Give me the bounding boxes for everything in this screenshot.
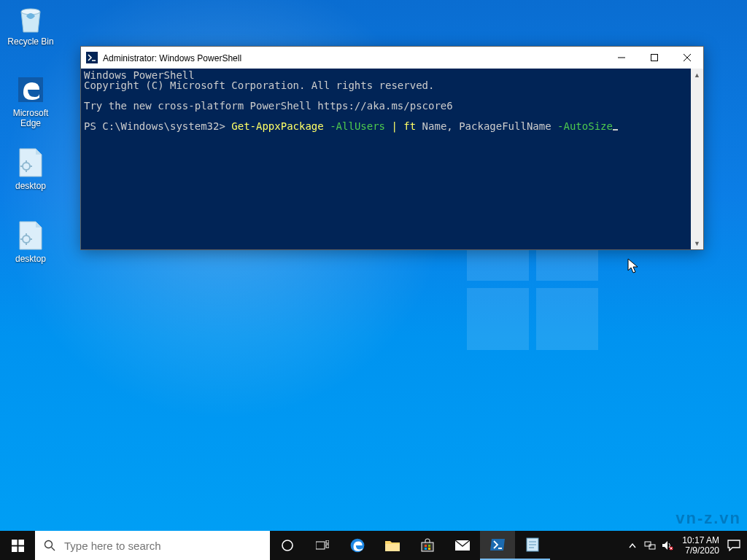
- edge-icon: [15, 74, 46, 105]
- svg-point-15: [282, 540, 293, 551]
- svg-line-14: [52, 548, 55, 551]
- taskbar-search[interactable]: [35, 531, 270, 560]
- icon-label: desktop: [3, 181, 58, 191]
- cortana-button[interactable]: [270, 531, 305, 560]
- svg-rect-9: [12, 540, 18, 545]
- terminal-cmd: Name: [422, 120, 447, 132]
- svg-rect-25: [428, 548, 430, 550]
- window-titlebar[interactable]: Administrator: Windows PowerShell: [81, 47, 703, 69]
- desktop-icon-file-2[interactable]: desktop: [3, 220, 58, 264]
- terminal-output[interactable]: Windows PowerShell Copyright (C) Microso…: [81, 69, 691, 249]
- icon-label: Recycle Bin: [3, 36, 58, 47]
- svg-rect-32: [649, 545, 655, 549]
- network-icon: [644, 540, 656, 551]
- task-view-button[interactable]: [305, 531, 340, 560]
- desktop[interactable]: Recycle Bin Microsoft Edge desktop deskt…: [0, 0, 747, 560]
- recycle-bin-icon: [15, 3, 46, 34]
- taskbar-app-mail[interactable]: [445, 531, 480, 560]
- taskbar-app-powershell[interactable]: [480, 531, 515, 560]
- scroll-down-button[interactable]: ▼: [691, 237, 703, 249]
- windows-logo-icon: [12, 540, 24, 552]
- icon-label: desktop: [3, 254, 58, 264]
- svg-rect-31: [645, 542, 651, 546]
- mouse-cursor: [627, 258, 640, 274]
- edge-icon: [349, 537, 365, 553]
- scrollbar[interactable]: ▲ ▼: [691, 69, 703, 249]
- notepad-icon: [525, 537, 540, 553]
- svg-rect-22: [425, 545, 427, 547]
- icon-label: Microsoft Edge: [3, 108, 58, 128]
- minimize-button[interactable]: [605, 47, 638, 69]
- terminal-cmd: -AllUsers: [324, 120, 392, 132]
- taskbar-app-store[interactable]: [410, 531, 445, 560]
- svg-rect-18: [326, 545, 329, 548]
- mail-icon: [454, 540, 471, 551]
- desktop-icon-recycle-bin[interactable]: Recycle Bin: [3, 3, 58, 47]
- svg-rect-11: [12, 546, 18, 552]
- cortana-icon: [281, 539, 294, 552]
- terminal-prompt: PS C:\Windows\system32>: [84, 120, 231, 132]
- svg-rect-6: [651, 55, 657, 61]
- svg-rect-21: [422, 542, 433, 551]
- notification-icon: [727, 540, 740, 551]
- terminal-cmd: ft: [398, 120, 422, 132]
- terminal-cmd: PackageFullName: [459, 120, 551, 132]
- taskbar-app-notepad[interactable]: [515, 531, 550, 560]
- window-body: Windows PowerShell Copyright (C) Microso…: [81, 69, 703, 249]
- svg-rect-23: [428, 545, 430, 547]
- store-icon: [420, 538, 435, 553]
- start-button[interactable]: [0, 531, 35, 560]
- svg-rect-16: [316, 542, 325, 549]
- terminal-line: Copyright (C) Microsoft Corporation. All…: [84, 79, 434, 91]
- terminal-line: Try the new cross-platform PowerShell ht…: [84, 100, 453, 112]
- taskbar-clock[interactable]: 10:17 AM 7/9/2020: [676, 535, 725, 556]
- terminal-cmd: Get-AppxPackage: [231, 120, 323, 132]
- task-view-icon: [316, 540, 329, 551]
- terminal-cursor: [613, 129, 618, 131]
- tray-volume-icon[interactable]: [659, 531, 676, 560]
- powershell-icon: [489, 538, 506, 551]
- folder-icon: [384, 539, 400, 552]
- svg-rect-20: [385, 544, 400, 551]
- clock-date: 7/9/2020: [682, 545, 719, 556]
- terminal-cmd: -AutoSize: [551, 120, 613, 132]
- search-input[interactable]: [64, 540, 270, 552]
- desktop-icon-edge[interactable]: Microsoft Edge: [3, 74, 58, 128]
- maximize-button[interactable]: [638, 47, 670, 69]
- system-tray[interactable]: 10:17 AM 7/9/2020: [624, 531, 747, 560]
- svg-point-13: [45, 541, 53, 548]
- terminal-cmd: |: [391, 120, 397, 132]
- svg-rect-24: [425, 548, 427, 550]
- search-icon: [35, 540, 64, 551]
- scroll-up-button[interactable]: ▲: [691, 69, 703, 81]
- svg-rect-10: [18, 540, 24, 545]
- terminal-cmd: ,: [446, 120, 459, 132]
- chevron-up-icon: [629, 543, 636, 548]
- action-center-button[interactable]: [725, 531, 743, 560]
- taskbar-app-file-explorer[interactable]: [375, 531, 410, 560]
- tray-overflow-button[interactable]: [624, 531, 641, 560]
- file-icon: [15, 147, 46, 178]
- powershell-icon: [81, 52, 103, 63]
- desktop-icon-file-1[interactable]: desktop: [3, 147, 58, 191]
- powershell-window[interactable]: Administrator: Windows PowerShell Window…: [80, 46, 704, 250]
- svg-rect-17: [326, 540, 329, 543]
- close-button[interactable]: [670, 47, 703, 69]
- file-icon: [15, 220, 46, 251]
- taskbar-app-edge[interactable]: [340, 531, 375, 560]
- window-title: Administrator: Windows PowerShell: [103, 52, 605, 63]
- watermark: vn-z.vn: [676, 509, 741, 528]
- taskbar[interactable]: 10:17 AM 7/9/2020: [0, 531, 747, 560]
- tray-network-icon[interactable]: [641, 531, 659, 560]
- clock-time: 10:17 AM: [682, 535, 719, 545]
- svg-rect-12: [18, 546, 24, 552]
- volume-icon: [662, 540, 673, 551]
